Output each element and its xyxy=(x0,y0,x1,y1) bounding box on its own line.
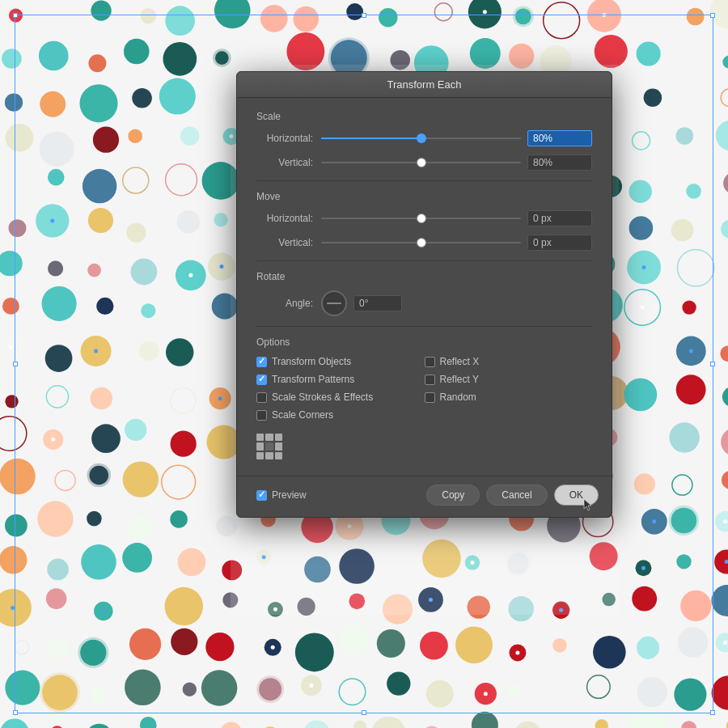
option-scale-corners[interactable]: Scale Corners xyxy=(256,409,425,421)
move-vertical-input[interactable] xyxy=(527,235,592,251)
options-col-right: Reflect X Reflect Y Random xyxy=(425,356,593,427)
options-col-left: Transform Objects Transform Patterns Sca… xyxy=(256,356,425,427)
option-scale-strokes[interactable]: Scale Strokes & Effects xyxy=(256,392,425,403)
scale-vertical-slider[interactable] xyxy=(321,156,521,169)
divider-3 xyxy=(256,326,592,327)
scale-horizontal-input[interactable] xyxy=(527,130,592,146)
cursor-icon xyxy=(582,497,592,512)
checkbox-scale-strokes[interactable] xyxy=(256,392,267,403)
move-vertical-row: Vertical: xyxy=(256,235,592,251)
option-reflect-y[interactable]: Reflect Y xyxy=(425,374,593,385)
options-grid: Transform Objects Transform Patterns Sca… xyxy=(256,356,592,427)
checkbox-preview[interactable] xyxy=(256,490,267,501)
label-transform-patterns: Transform Patterns xyxy=(272,374,354,385)
cancel-button[interactable]: Cancel xyxy=(486,485,547,506)
move-vertical-slider[interactable] xyxy=(321,236,521,249)
move-horizontal-label: Horizontal: xyxy=(256,213,321,224)
option-transform-objects[interactable]: Transform Objects xyxy=(256,356,425,367)
preview-icon-area xyxy=(256,434,592,459)
scale-horizontal-row: Horizontal: xyxy=(256,130,592,146)
scale-vertical-input[interactable] xyxy=(527,154,592,171)
copy-button[interactable]: Copy xyxy=(426,485,480,506)
options-section-label: Options xyxy=(256,336,592,348)
move-horizontal-input[interactable] xyxy=(527,210,592,226)
transform-each-dialog: Transform Each Scale Horizontal: Vertica… xyxy=(236,71,612,518)
ok-button-wrapper: OK xyxy=(554,485,599,506)
rotate-section-label: Rotate xyxy=(256,271,592,282)
angle-dial-inner xyxy=(327,303,341,304)
label-reflect-x: Reflect X xyxy=(440,356,480,367)
preview-label: Preview xyxy=(272,489,307,501)
checkbox-transform-patterns[interactable] xyxy=(256,375,267,385)
dialog-footer: Preview Copy Cancel OK xyxy=(237,476,612,517)
move-horizontal-slider[interactable] xyxy=(321,212,521,225)
scale-horizontal-slider[interactable] xyxy=(321,132,521,145)
preview-row[interactable]: Preview xyxy=(256,489,420,501)
scale-vertical-label: Vertical: xyxy=(256,157,321,168)
option-random[interactable]: Random xyxy=(425,392,593,403)
checkbox-reflect-x[interactable] xyxy=(425,357,435,367)
transform-preview-icon xyxy=(256,434,282,459)
option-transform-patterns[interactable]: Transform Patterns xyxy=(256,374,425,385)
checkbox-scale-corners[interactable] xyxy=(256,410,267,421)
checkbox-reflect-y[interactable] xyxy=(425,375,435,385)
divider-1 xyxy=(256,180,592,181)
label-transform-objects: Transform Objects xyxy=(272,356,351,367)
scale-horizontal-label: Horizontal: xyxy=(256,133,321,144)
dialog-title: Transform Each xyxy=(237,72,612,98)
checkbox-transform-objects[interactable] xyxy=(256,357,267,367)
scale-vertical-row: Vertical: xyxy=(256,154,592,171)
rotate-row: Angle: 0° xyxy=(256,290,592,316)
label-scale-strokes: Scale Strokes & Effects xyxy=(272,392,373,403)
option-reflect-x[interactable]: Reflect X xyxy=(425,356,593,367)
label-scale-corners: Scale Corners xyxy=(272,409,333,421)
move-section-label: Move xyxy=(256,191,592,202)
dialog-body: Scale Horizontal: Vertical: M xyxy=(237,98,612,476)
angle-label: Angle: xyxy=(256,298,321,309)
scale-section-label: Scale xyxy=(256,111,592,122)
label-reflect-y: Reflect Y xyxy=(440,374,479,385)
angle-dial[interactable] xyxy=(321,290,347,316)
move-vertical-label: Vertical: xyxy=(256,237,321,248)
divider-2 xyxy=(256,260,592,261)
checkbox-random[interactable] xyxy=(425,392,435,403)
label-random: Random xyxy=(440,392,476,403)
angle-input[interactable]: 0° xyxy=(353,295,402,311)
move-horizontal-row: Horizontal: xyxy=(256,210,592,226)
